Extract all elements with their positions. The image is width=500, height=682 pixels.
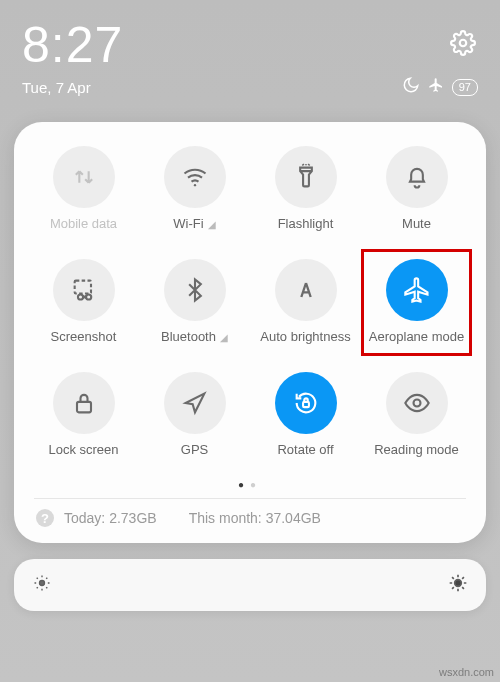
lock-icon [53,372,115,434]
tile-aeroplane-mode[interactable]: Aeroplane mode [361,259,472,344]
svg-rect-2 [74,281,90,294]
bell-icon [386,146,448,208]
tile-label: Mobile data [50,216,117,231]
tile-mobile-data[interactable]: Mobile data [28,146,139,231]
tile-label: Flashlight [278,216,334,231]
tile-rotate-off[interactable]: Rotate off [250,372,361,457]
usage-month: This month: 37.04GB [189,510,321,526]
tile-mute[interactable]: Mute [361,146,472,231]
bluetooth-icon [164,259,226,321]
brightness-high-icon [448,573,468,597]
tile-label: Mute [402,216,431,231]
tile-label: Bluetooth◢ [161,329,228,344]
tile-label: Reading mode [374,442,459,457]
location-icon [164,372,226,434]
page-indicator[interactable]: ●● [28,479,472,490]
tile-screenshot[interactable]: Screenshot [28,259,139,344]
mobile-data-icon [53,146,115,208]
tile-lock-screen[interactable]: Lock screen [28,372,139,457]
tile-label: Screenshot [51,329,117,344]
status-icons: 97 [402,76,478,98]
watermark: wsxdn.com [439,666,494,678]
tile-label: GPS [181,442,208,457]
tile-bluetooth[interactable]: Bluetooth◢ [139,259,250,344]
svg-point-0 [460,40,467,47]
svg-point-3 [77,294,82,299]
svg-point-9 [455,580,462,587]
tile-label: Rotate off [277,442,333,457]
tile-reading-mode[interactable]: Reading mode [361,372,472,457]
screenshot-icon [53,259,115,321]
battery-indicator: 97 [452,79,478,96]
status-bar: 8:27 Tue, 7 Apr 97 [0,0,500,108]
tile-wifi[interactable]: Wi-Fi◢ [139,146,250,231]
tile-label: Auto brightness [260,329,350,344]
settings-button[interactable] [450,30,476,60]
svg-point-8 [40,581,45,586]
highlight-box [361,249,472,356]
tile-label: Lock screen [48,442,118,457]
usage-today: Today: 2.73GB [64,510,157,526]
tile-gps[interactable]: GPS [139,372,250,457]
separator [34,498,466,499]
svg-rect-5 [77,402,91,413]
data-usage-row[interactable]: ? Today: 2.73GB This month: 37.04GB [28,509,472,533]
date: Tue, 7 Apr [22,79,91,96]
eye-icon [386,372,448,434]
tile-flashlight[interactable]: Flashlight [250,146,361,231]
svg-point-4 [86,294,91,299]
help-icon: ? [36,509,54,527]
dnd-icon [402,76,420,98]
brightness-low-icon [32,573,52,597]
airplane-status-icon [428,77,444,97]
rotate-lock-icon [275,372,337,434]
wifi-icon [164,146,226,208]
svg-point-7 [413,400,420,407]
svg-rect-6 [303,402,309,407]
tile-auto-brightness[interactable]: Auto brightness [250,259,361,344]
tile-label: Wi-Fi◢ [173,216,215,231]
clock[interactable]: 8:27 [22,16,478,74]
flashlight-icon [275,146,337,208]
quick-settings-panel: Mobile data Wi-Fi◢ Flashlight Mute Scree [14,122,486,543]
brightness-slider[interactable] [14,559,486,611]
auto-brightness-icon [275,259,337,321]
svg-point-1 [193,184,195,186]
